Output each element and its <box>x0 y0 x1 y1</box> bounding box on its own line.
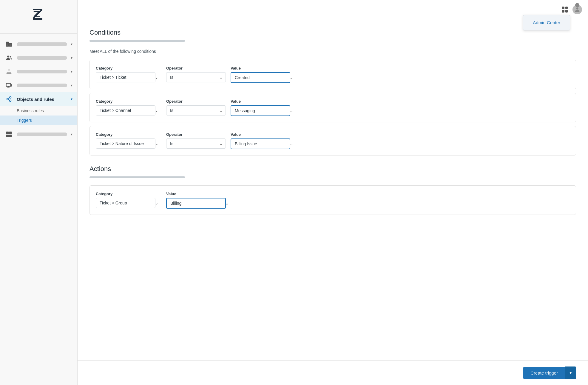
logo-area <box>0 0 77 34</box>
apps-icon <box>5 131 13 138</box>
header-icons <box>562 5 582 14</box>
condition-1-operator-select[interactable]: Is <box>166 72 226 82</box>
condition-2-operator-wrapper: Is <box>166 105 226 115</box>
sidebar-item-workspaces[interactable]: ▾ <box>0 37 77 51</box>
condition-3-category-select[interactable]: Ticket > Nature of Issue <box>96 138 155 149</box>
nav-label-bar-2 <box>17 56 67 60</box>
condition-2-value-label: Value <box>231 99 296 104</box>
sidebar-item-channels[interactable]: ▾ <box>0 65 77 78</box>
devices-icon <box>5 82 13 89</box>
sidebar: ▾ ▾ ▾ ▾ <box>0 0 78 385</box>
condition-1-category-select[interactable]: Ticket > Ticket <box>96 72 155 82</box>
action-1-value-group: Value Billing <box>166 192 232 209</box>
sidebar-label-objects-rules: Objects and rules <box>17 97 67 102</box>
condition-1-value-label: Value <box>231 66 296 70</box>
grid-apps-icon[interactable] <box>562 7 568 13</box>
condition-3-category-label: Category <box>96 132 161 137</box>
condition-1-operator-group: Operator Is <box>166 66 226 82</box>
nav-label-bar-3 <box>17 70 67 73</box>
actions-progress-bar <box>89 176 185 178</box>
nav-label-bar-1 <box>17 42 67 46</box>
condition-2-category-label: Category <box>96 99 161 104</box>
action-1-category-label: Category <box>96 192 161 196</box>
condition-1-category-wrapper: Ticket > Ticket <box>96 72 161 82</box>
conditions-progress-bar <box>89 40 185 42</box>
conditions-title: Conditions <box>89 29 576 36</box>
condition-3-operator-label: Operator <box>166 132 226 137</box>
condition-1-operator-wrapper: Is <box>166 72 226 82</box>
svg-point-7 <box>7 56 9 57</box>
sub-nav-item-triggers[interactable]: Triggers <box>0 115 77 125</box>
condition-2-operator-group: Operator Is <box>166 99 226 115</box>
sidebar-item-objects-rules[interactable]: Objects and rules ▾ <box>0 92 77 106</box>
svg-point-12 <box>10 100 11 102</box>
condition-2-operator-select[interactable]: Is <box>166 105 226 115</box>
condition-3-operator-select[interactable]: Is <box>166 138 226 149</box>
condition-2-value-wrapper: Messaging <box>231 105 296 116</box>
svg-rect-5 <box>10 44 10 44</box>
svg-rect-16 <box>9 135 12 137</box>
svg-rect-2 <box>7 43 7 43</box>
action-1-value-label: Value <box>166 192 232 196</box>
svg-rect-15 <box>6 135 9 137</box>
condition-3-operator-wrapper: Is <box>166 138 226 149</box>
footer: Create trigger ▾ <box>78 360 588 385</box>
condition-3-category-group: Category Ticket > Nature of Issue <box>96 132 161 149</box>
condition-1-category-group: Category Ticket > Ticket <box>96 66 161 82</box>
svg-rect-3 <box>7 44 7 44</box>
condition-row-2: Category Ticket > Channel Operator Is <box>89 93 576 122</box>
condition-1-value-select[interactable]: Created <box>231 72 290 83</box>
condition-2-value-select[interactable]: Messaging <box>231 105 290 116</box>
condition-row-1: Category Ticket > Ticket Operator Is <box>89 60 576 89</box>
condition-2-category-group: Category Ticket > Channel <box>96 99 161 115</box>
sidebar-item-devices[interactable]: ▾ <box>0 78 77 92</box>
condition-1-operator-label: Operator <box>166 66 226 70</box>
condition-2-category-select[interactable]: Ticket > Channel <box>96 105 155 115</box>
top-header: Admin Center <box>78 0 588 19</box>
condition-row-3: Category Ticket > Nature of Issue Operat… <box>89 126 576 155</box>
zendesk-logo <box>30 8 47 25</box>
action-1-category-group: Category Ticket > Group <box>96 192 161 208</box>
svg-rect-13 <box>6 132 9 134</box>
svg-point-17 <box>576 7 578 9</box>
action-row-1: Category Ticket > Group Value Billing <box>89 185 576 215</box>
objects-rules-icon <box>5 96 13 102</box>
condition-3-value-group: Value Billing Issue <box>231 132 296 149</box>
main-content: Admin Center Conditions Meet ALL of the … <box>78 0 588 385</box>
sidebar-item-people[interactable]: ▾ <box>0 51 77 65</box>
sidebar-item-apps[interactable]: ▾ <box>0 127 77 141</box>
nav-label-bar-6 <box>17 133 67 136</box>
conditions-description: Meet ALL of the following conditions <box>89 49 576 54</box>
svg-point-10 <box>7 98 9 100</box>
people-icon <box>5 55 13 61</box>
condition-3-value-select[interactable]: Billing Issue <box>231 138 290 149</box>
create-trigger-button[interactable]: Create trigger <box>523 367 565 379</box>
admin-center-link[interactable]: Admin Center <box>533 20 560 25</box>
condition-2-category-wrapper: Ticket > Channel <box>96 105 161 115</box>
action-1-category-wrapper: Ticket > Group <box>96 198 161 208</box>
svg-rect-0 <box>6 42 9 47</box>
svg-rect-9 <box>6 84 11 87</box>
action-1-value-select[interactable]: Billing <box>166 198 226 209</box>
svg-point-11 <box>10 97 11 98</box>
condition-3-value-wrapper: Billing Issue <box>231 138 296 149</box>
svg-point-8 <box>10 56 11 58</box>
channels-icon <box>5 68 13 75</box>
condition-3-category-wrapper: Ticket > Nature of Issue <box>96 138 161 149</box>
sidebar-nav: ▾ ▾ ▾ ▾ <box>0 34 77 385</box>
user-avatar-icon[interactable] <box>572 5 582 14</box>
svg-rect-6 <box>10 45 10 46</box>
condition-1-value-group: Value Created <box>231 66 296 83</box>
condition-1-value-wrapper: Created <box>231 72 296 83</box>
condition-2-operator-label: Operator <box>166 99 226 104</box>
condition-3-value-label: Value <box>231 132 296 137</box>
condition-1-category-label: Category <box>96 66 161 70</box>
sub-nav-item-business-rules[interactable]: Business rules <box>0 106 77 115</box>
action-1-category-select[interactable]: Ticket > Group <box>96 198 155 208</box>
create-trigger-dropdown-button[interactable]: ▾ <box>565 366 576 379</box>
content-area: Conditions Meet ALL of the following con… <box>78 19 588 360</box>
actions-title: Actions <box>89 165 576 173</box>
svg-rect-4 <box>7 45 7 46</box>
condition-3-operator-group: Operator Is <box>166 132 226 149</box>
action-1-value-wrapper: Billing <box>166 198 232 209</box>
